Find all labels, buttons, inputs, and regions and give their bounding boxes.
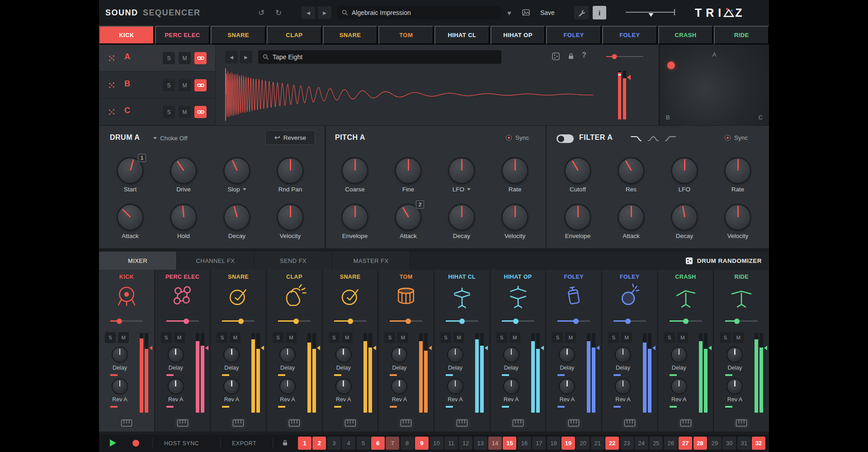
- sample-random-dice-icon[interactable]: [552, 52, 560, 62]
- step-27[interactable]: 27: [679, 437, 692, 450]
- filter-shape-selector[interactable]: [630, 135, 676, 142]
- layer-row-c[interactable]: C S M: [99, 99, 216, 125]
- solo-button[interactable]: S: [329, 332, 340, 343]
- mute-button[interactable]: M: [174, 332, 185, 343]
- step-8[interactable]: 8: [401, 437, 414, 450]
- tab-mixer[interactable]: MIXER: [99, 252, 177, 270]
- reverb-send-knob[interactable]: [727, 379, 742, 394]
- tab-sequencer[interactable]: SEQUENCER: [143, 0, 201, 25]
- attack-knob[interactable]: [619, 205, 643, 229]
- coarse-knob[interactable]: [343, 158, 367, 183]
- undo-icon[interactable]: ↺: [258, 0, 264, 25]
- delay-send-knob[interactable]: [504, 347, 519, 362]
- step-28[interactable]: 28: [693, 437, 707, 450]
- delay-send-knob[interactable]: [672, 347, 686, 362]
- pad-snare-1[interactable]: SNARE: [211, 26, 266, 44]
- layer-a-link-button[interactable]: [194, 52, 207, 64]
- mute-button[interactable]: M: [286, 332, 297, 343]
- attack-knob[interactable]: 2: [396, 205, 420, 229]
- step-6[interactable]: 6: [371, 437, 385, 450]
- lowpass-filter-icon[interactable]: [630, 135, 642, 142]
- settings-button[interactable]: [574, 6, 589, 19]
- mixer-channel-hihat-op[interactable]: HIHAT OP S M Delay Rev A: [491, 270, 547, 432]
- favorite-heart-icon[interactable]: ♥: [507, 0, 511, 25]
- pad-foley-1[interactable]: FOLEY: [546, 26, 601, 44]
- layer-b-mute-button[interactable]: M: [179, 79, 191, 91]
- solo-button[interactable]: S: [496, 332, 507, 343]
- layer-a-solo-button[interactable]: S: [163, 52, 175, 64]
- keyboard-icon[interactable]: [175, 418, 190, 428]
- keyboard-icon[interactable]: [398, 418, 414, 428]
- step-1[interactable]: 1: [298, 437, 311, 450]
- pan-slider[interactable]: [222, 320, 255, 322]
- layer-c-mute-button[interactable]: M: [179, 106, 191, 118]
- lfo-knob[interactable]: [672, 158, 697, 183]
- highpass-filter-icon[interactable]: [665, 135, 676, 142]
- layer-row-a[interactable]: A S M: [99, 45, 216, 71]
- mute-button[interactable]: M: [733, 332, 744, 343]
- tab-channel-fx[interactable]: CHANNEL FX: [177, 252, 255, 270]
- step-30[interactable]: 30: [722, 437, 736, 450]
- velocity-knob[interactable]: [503, 205, 527, 229]
- waveform-plot[interactable]: [226, 68, 594, 121]
- layer-b-solo-button[interactable]: S: [163, 79, 175, 91]
- sample-search-input[interactable]: [273, 53, 497, 61]
- keyboard-icon[interactable]: [622, 418, 637, 428]
- mute-button[interactable]: M: [677, 332, 688, 343]
- redo-icon[interactable]: ↻: [275, 0, 282, 25]
- step-20[interactable]: 20: [576, 437, 590, 450]
- drive-knob[interactable]: [171, 158, 196, 183]
- save-button[interactable]: Save: [540, 0, 555, 25]
- step-7[interactable]: 7: [386, 437, 399, 450]
- delay-send-knob[interactable]: [336, 347, 351, 362]
- filter-enable-toggle[interactable]: [557, 134, 574, 143]
- pan-slider[interactable]: [557, 320, 590, 322]
- fine-knob[interactable]: [396, 158, 420, 183]
- delay-send-knob[interactable]: [616, 347, 630, 362]
- bandpass-filter-icon[interactable]: [647, 135, 659, 142]
- step-2[interactable]: 2: [312, 437, 326, 450]
- layer-c-link-button[interactable]: [194, 106, 207, 118]
- mute-button[interactable]: M: [453, 332, 464, 343]
- keyboard-icon[interactable]: [343, 418, 358, 428]
- mixer-channel-crash[interactable]: CRASH S M Delay Rev A: [658, 270, 714, 432]
- pad-perc-elec[interactable]: PERC ELEC: [155, 26, 210, 44]
- step-26[interactable]: 26: [664, 437, 678, 450]
- step-19[interactable]: 19: [561, 437, 575, 450]
- sample-help-icon[interactable]: ?: [582, 51, 586, 59]
- step-24[interactable]: 24: [635, 437, 648, 450]
- layer-b-link-button[interactable]: [194, 79, 207, 91]
- layer-xy-pad[interactable]: A B C: [659, 45, 769, 125]
- keyboard-icon[interactable]: [119, 418, 134, 428]
- reverb-send-knob[interactable]: [280, 379, 295, 394]
- reverb-send-knob[interactable]: [448, 379, 462, 394]
- pan-slider[interactable]: [166, 320, 199, 322]
- keyboard-icon[interactable]: [678, 418, 693, 428]
- host-sync-button[interactable]: HOST SYNC: [164, 434, 199, 452]
- mixer-channel-hihat-cl[interactable]: HIHAT CL S M Delay Rev A: [434, 270, 491, 432]
- pitch-sync-toggle[interactable]: Sync: [506, 134, 529, 141]
- delay-send-knob[interactable]: [113, 347, 127, 362]
- pan-slider[interactable]: [670, 320, 702, 322]
- rate-knob[interactable]: [503, 158, 527, 183]
- pan-slider[interactable]: [334, 320, 367, 322]
- solo-button[interactable]: S: [161, 332, 172, 343]
- mute-button[interactable]: M: [342, 332, 353, 343]
- res-knob[interactable]: [619, 158, 643, 183]
- pan-slider[interactable]: [446, 320, 478, 322]
- mixer-channel-kick[interactable]: KICK S M Delay Rev A: [99, 270, 155, 432]
- layer-row-b[interactable]: B S M: [99, 72, 216, 99]
- step-9[interactable]: 9: [415, 437, 429, 450]
- layer-c-solo-button[interactable]: S: [163, 106, 175, 118]
- tab-sound[interactable]: SOUND: [105, 0, 138, 25]
- reverse-button[interactable]: ↩Reverse: [265, 130, 315, 145]
- mute-button[interactable]: M: [397, 332, 408, 343]
- envelope-knob[interactable]: [566, 205, 590, 229]
- envelope-knob[interactable]: [343, 205, 367, 229]
- step-23[interactable]: 23: [620, 437, 634, 450]
- pad-ride[interactable]: RIDE: [714, 26, 769, 44]
- layer-a-mute-button[interactable]: M: [179, 52, 191, 64]
- pad-clap[interactable]: CLAP: [267, 26, 322, 44]
- preset-prev-button[interactable]: ◀: [302, 6, 315, 19]
- step-13[interactable]: 13: [474, 437, 487, 450]
